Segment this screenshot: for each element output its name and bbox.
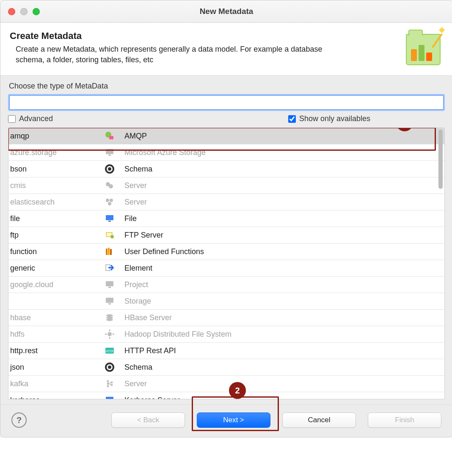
list-item[interactable]: hdfsHadoop Distributed File System (8, 326, 444, 343)
books-icon (104, 246, 115, 257)
button-bar: < Back 2 Next > Cancel Finish (37, 412, 441, 428)
list-item-id: hdfs (10, 330, 95, 339)
svg-rect-40 (106, 397, 113, 399)
list-item-label: Kerberos Server (124, 396, 444, 399)
list-item[interactable]: ftpFTP Server (8, 227, 444, 244)
list-item[interactable]: Storage (8, 293, 444, 310)
filter-input[interactable] (9, 95, 450, 110)
list-item-icon (95, 263, 124, 274)
list-item[interactable]: functionUser Defined Functions (8, 244, 444, 260)
list-item[interactable]: azure.storageMicrosoft Azure Storage (8, 144, 444, 161)
list-item-icon (95, 312, 124, 323)
list-item-id: ftp (10, 231, 95, 240)
scrollbar[interactable] (438, 129, 444, 398)
back-button[interactable]: < Back (111, 412, 185, 428)
show-only-checkbox-input[interactable] (288, 115, 296, 123)
list-item[interactable]: kafkaServer (8, 376, 444, 392)
http-icon: HTTP (104, 345, 115, 356)
gear-icon (104, 329, 115, 340)
ftp-icon (104, 230, 115, 241)
svg-rect-22 (108, 303, 111, 304)
list-item-id: kafka (10, 379, 95, 388)
list-item-label: Element (124, 264, 444, 273)
list-item[interactable]: amqpAMQP (8, 128, 444, 144)
svg-point-5 (108, 167, 111, 171)
scrollbar-thumb[interactable] (438, 130, 443, 189)
annotation-badge-2: 2 (229, 382, 246, 399)
svg-rect-1 (109, 136, 113, 139)
filter-field-wrap (8, 94, 445, 111)
window-controls (8, 8, 40, 15)
svg-rect-17 (110, 249, 112, 255)
list-item-icon (95, 246, 124, 257)
list-item[interactable]: fileFile (8, 210, 444, 227)
list-item[interactable]: jsonSchema (8, 359, 444, 376)
list-item-label: Storage (124, 297, 444, 306)
list-item-label: Project (124, 280, 444, 289)
list-item-label: File (124, 214, 444, 223)
svg-rect-3 (108, 155, 111, 156)
advanced-checkbox-input[interactable] (8, 115, 16, 123)
dialog-window: New Metadata Create Metadata Create a ne… (0, 0, 452, 437)
list-item-icon (95, 180, 124, 191)
list-rows[interactable]: amqpAMQPazure.storageMicrosoft Azure Sto… (8, 128, 444, 399)
list-item-label: HBase Server (124, 313, 444, 322)
monitor-icon (104, 147, 115, 158)
svg-rect-15 (106, 249, 107, 255)
advanced-checkbox[interactable]: Advanced (8, 114, 53, 123)
list-item-icon (95, 130, 124, 141)
help-icon[interactable]: ? (11, 412, 27, 428)
svg-point-26 (107, 332, 112, 336)
wizard-icon (406, 30, 443, 68)
swirl-icon (104, 362, 115, 373)
kafka-icon (104, 378, 115, 389)
zoom-icon[interactable] (33, 8, 40, 15)
list-item[interactable]: google.cloudProject (8, 277, 444, 293)
arrow-doc-icon (104, 263, 115, 274)
cancel-button[interactable]: Cancel (282, 412, 356, 428)
list-item-label: Server (124, 181, 444, 190)
finish-button[interactable]: Finish (368, 412, 441, 428)
list-item-label: Server (124, 379, 444, 388)
list-item[interactable]: elasticsearchServer (8, 194, 444, 210)
list-item-id: amqp (10, 132, 95, 141)
list-item[interactable]: bsonSchema (8, 161, 444, 177)
list-item-label: HTTP Rest API (124, 346, 444, 355)
swirl-icon (104, 163, 115, 174)
list-item-icon (95, 362, 124, 373)
list-item[interactable]: genericElement (8, 260, 444, 277)
dialog-footer: ? < Back 2 Next > Cancel Finish (0, 404, 452, 437)
monitor-icon (104, 279, 115, 290)
list-item[interactable]: http.restHTTPHTTP Rest API (8, 343, 444, 359)
dialog-body: Choose the type of MetaData Advanced Sho… (0, 76, 452, 404)
monitor-blue-icon (104, 395, 115, 399)
list-item-icon (95, 395, 124, 399)
list-item-label: Schema (124, 165, 444, 174)
header-text: Create Metadata Create a new Metadata, w… (10, 30, 401, 65)
list-item-id: hbase (10, 313, 95, 322)
svg-rect-2 (106, 149, 113, 154)
list-item-icon: HTTP (95, 345, 124, 356)
minimize-icon[interactable] (20, 8, 28, 15)
list-item-icon (95, 279, 124, 290)
svg-point-14 (110, 235, 114, 238)
svg-text:HTTP: HTTP (106, 350, 114, 353)
list-item-label: FTP Server (124, 231, 444, 240)
list-item-label: User Defined Functions (124, 247, 444, 256)
cluster-icon (104, 196, 115, 208)
svg-point-9 (110, 199, 113, 202)
list-item-label: Microsoft Azure Storage (124, 148, 444, 157)
svg-rect-11 (106, 215, 113, 220)
list-item[interactable]: kerberosKerberos Server (8, 392, 444, 399)
svg-point-34 (108, 365, 111, 369)
next-button[interactable]: Next > (197, 412, 270, 428)
list-item[interactable]: hbaseHBase Server (8, 310, 444, 326)
svg-rect-19 (106, 281, 113, 286)
monitor-blue-icon (104, 213, 115, 224)
show-only-checkbox[interactable]: Show only availables (288, 114, 370, 123)
list-item-id: elasticsearch (10, 198, 95, 207)
list-item-id: bson (10, 165, 95, 174)
close-icon[interactable] (8, 8, 15, 15)
list-item-id: json (10, 363, 95, 372)
list-item[interactable]: cmisServer (8, 177, 444, 194)
